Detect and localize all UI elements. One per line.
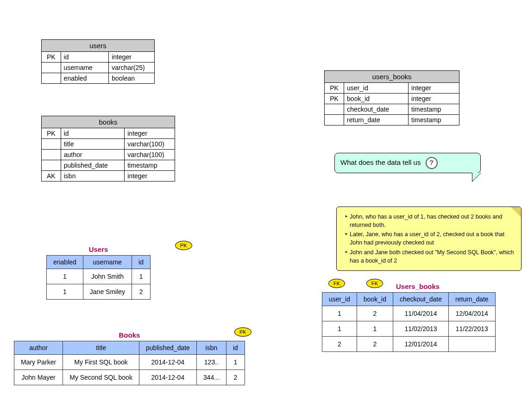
table-cell: 2: [357, 337, 393, 352]
table-cell: 2014-12-04: [139, 370, 196, 385]
schema-row: published_datetimestamp: [42, 160, 175, 170]
callout-text: What does the data tell us: [340, 158, 421, 166]
table-row: 1Jane Smiley2: [47, 284, 151, 300]
table-row: 1211/04/201412/04/2014: [322, 306, 496, 321]
table-row: John MayerMy Second SQL book2014-12-0434…: [14, 370, 245, 385]
col-header: id: [132, 256, 151, 269]
table-cell: 1: [226, 355, 245, 370]
schema-books: books PKidintegertitlevarchar(100)author…: [41, 116, 175, 182]
table-cell: John Smith: [83, 269, 132, 284]
field-name: published_date: [61, 160, 125, 170]
key-cell: PK: [42, 128, 61, 138]
field-name: checkout_date: [344, 104, 408, 114]
question-icon: ?: [426, 157, 438, 169]
schema-row: PKidinteger: [42, 52, 154, 62]
schema-row: PKbook_idinteger: [325, 93, 459, 104]
schema-users: users PKidintegerusernamevarchar(25)enab…: [41, 39, 155, 84]
col-header: username: [83, 256, 132, 269]
page-fold-icon: [511, 207, 521, 217]
table-cell: Mary Parker: [14, 355, 63, 370]
field-name: id: [61, 52, 109, 62]
schema-row: titlevarchar(100): [42, 138, 175, 149]
schema-row: authorvarchar(100): [42, 149, 175, 160]
field-type: varchar(100): [124, 150, 175, 160]
callout-bubble: What does the data tell us ?: [334, 153, 481, 173]
field-type: timestamp: [124, 160, 175, 170]
table-cell: 12/01/2014: [393, 337, 448, 352]
data-books-block: PK Books authortitlepublished_dateisbnid…: [14, 331, 245, 385]
schema-title: users: [42, 40, 154, 52]
key-cell: [325, 115, 344, 125]
col-header: isbn: [196, 341, 226, 355]
table-cell: 2: [226, 370, 245, 385]
field-type: timestamp: [408, 104, 459, 114]
table-cell: 2: [357, 306, 393, 321]
table-cell: 11/02/2013: [393, 321, 448, 337]
field-name: username: [61, 63, 109, 73]
table-cell: 1: [47, 269, 83, 284]
schema-row: PKidinteger: [42, 128, 175, 138]
schema-row: enabledboolean: [42, 73, 154, 83]
field-name: user_id: [344, 83, 408, 93]
col-header: return_date: [449, 293, 496, 306]
key-cell: PK: [325, 83, 344, 93]
fk-badge: FK: [328, 279, 345, 288]
col-header: published_date: [139, 341, 196, 355]
table-cell: 344...: [196, 370, 226, 385]
field-name: author: [61, 150, 125, 160]
key-cell: [42, 139, 61, 149]
key-cell: AK: [42, 171, 61, 181]
schema-rows: PKidintegertitlevarchar(100)authorvarcha…: [42, 128, 175, 181]
note-list: John, who has a user_id of 1, has checke…: [343, 213, 515, 265]
field-name: isbn: [61, 171, 125, 181]
data-table-users: enabledusernameid1John Smith11Jane Smile…: [46, 255, 151, 300]
schema-rows: PKidintegerusernamevarchar(25)enabledboo…: [42, 52, 154, 83]
schema-rows: PKuser_idintegerPKbook_idintegercheckout…: [325, 83, 459, 125]
table-cell: John Mayer: [14, 370, 63, 385]
field-type: integer: [408, 83, 459, 93]
field-type: integer: [124, 128, 175, 138]
table-cell: 1: [132, 269, 151, 284]
table-cell: 2014-12-04: [139, 355, 196, 370]
data-table-books: authortitlepublished_dateisbnidMary Park…: [14, 341, 245, 385]
field-type: integer: [124, 171, 175, 181]
schema-title: books: [42, 116, 175, 128]
schema-row: return_datetimestamp: [325, 114, 459, 125]
field-name: enabled: [61, 73, 109, 83]
table-cell: 1: [322, 321, 357, 337]
schema-row: checkout_datetimestamp: [325, 104, 459, 114]
key-cell: [42, 150, 61, 160]
table-cell: 1: [357, 321, 393, 337]
data-table-usersbooks: user_idbook_idcheckout_datereturn_date12…: [322, 292, 496, 352]
table-row: 1John Smith1: [47, 269, 151, 284]
key-cell: [42, 160, 61, 170]
col-header: enabled: [47, 256, 83, 269]
table-cell: 123..: [196, 355, 226, 370]
key-cell: PK: [325, 94, 344, 104]
field-type: varchar(25): [108, 63, 154, 73]
table-cell: 1: [322, 306, 357, 321]
schema-title: users_books: [325, 71, 459, 83]
table-cell: 11/22/2013: [449, 321, 496, 337]
table-cell: 11/04/2014: [393, 306, 448, 321]
col-header: user_id: [322, 293, 357, 306]
key-cell: [42, 73, 61, 83]
schema-users-books: users_books PKuser_idintegerPKbook_idint…: [324, 70, 459, 125]
table-row: 2212/01/2014: [322, 337, 496, 352]
col-header: checkout_date: [393, 293, 448, 306]
table-cell: [449, 337, 496, 352]
field-name: book_id: [344, 94, 408, 104]
col-header: author: [14, 341, 63, 355]
col-header: book_id: [357, 293, 393, 306]
table-cell: 2: [322, 337, 357, 352]
key-cell: [325, 104, 344, 114]
field-name: id: [61, 128, 125, 138]
table-cell: My First SQL book: [63, 355, 139, 370]
data-title: Books: [14, 331, 245, 339]
note-sticky: John, who has a user_id of 1, has checke…: [336, 207, 522, 271]
table-row: Mary ParkerMy First SQL book2014-12-0412…: [14, 355, 245, 370]
col-header: id: [226, 341, 245, 355]
pk-badge: PK: [234, 327, 251, 337]
table-row: 1111/02/201311/22/2013: [322, 321, 496, 337]
field-name: return_date: [344, 115, 408, 125]
